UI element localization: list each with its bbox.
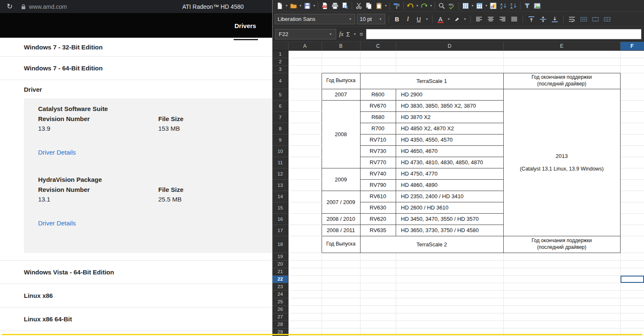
cell[interactable]: [620, 283, 644, 290]
driver-details-link[interactable]: Driver Details: [38, 149, 76, 156]
cell-year[interactable]: 2008 / 2010: [322, 213, 360, 225]
cell[interactable]: [322, 320, 360, 328]
cell[interactable]: [620, 305, 644, 313]
align-right-icon[interactable]: [497, 14, 507, 24]
cell[interactable]: [503, 65, 620, 73]
cell-cards[interactable]: HD 3650, 3730, 3750 / HD 4580: [396, 225, 503, 236]
row-header[interactable]: 16: [273, 213, 288, 225]
cell[interactable]: [288, 65, 322, 73]
row-header[interactable]: 26: [273, 305, 288, 313]
row-header[interactable]: 12: [273, 168, 288, 179]
table-borders-dropdown[interactable]: ▾: [471, 4, 474, 8]
row-header[interactable]: 8: [273, 123, 288, 134]
sort-descending-icon[interactable]: ZA: [508, 1, 518, 11]
cell-chip[interactable]: RV635: [360, 225, 396, 236]
cell[interactable]: [620, 253, 644, 260]
align-top-icon[interactable]: [526, 14, 536, 24]
cell-cards[interactable]: HD 3450, 3470, 3550 / HD 3570: [396, 213, 503, 225]
cell[interactable]: [503, 320, 620, 328]
row-header[interactable]: 21: [273, 268, 288, 275]
export-pdf-icon[interactable]: PDF: [320, 1, 330, 11]
cell[interactable]: [396, 290, 503, 298]
cell-chip[interactable]: RV790: [360, 179, 396, 191]
cell[interactable]: [620, 65, 644, 73]
sort-ascending-icon[interactable]: AZ: [498, 1, 508, 11]
cell-family-2[interactable]: TerraScale 2: [360, 236, 503, 253]
cell[interactable]: [396, 58, 503, 65]
cell[interactable]: [503, 298, 620, 305]
font-size-dropdown[interactable]: ▾: [379, 17, 382, 21]
cell[interactable]: [360, 275, 396, 283]
cell[interactable]: [503, 275, 620, 283]
cell[interactable]: [360, 58, 396, 65]
cell[interactable]: [620, 73, 644, 89]
cell[interactable]: [288, 111, 322, 123]
cell[interactable]: [396, 320, 503, 328]
cell[interactable]: [396, 65, 503, 73]
cell[interactable]: [396, 50, 503, 58]
table-borders-icon[interactable]: [461, 1, 471, 11]
redo-dropdown[interactable]: ▾: [429, 4, 433, 8]
row-header[interactable]: 25: [273, 298, 288, 305]
cell-year-header-2[interactable]: Год Выпуска: [322, 236, 360, 253]
row-header[interactable]: 5: [273, 89, 288, 100]
cell[interactable]: [322, 283, 360, 290]
find-replace-icon[interactable]: [437, 1, 447, 11]
cell[interactable]: [322, 290, 360, 298]
cell-cards[interactable]: HD 3830, 3850, 3850 X2, 3870: [396, 100, 503, 111]
cell[interactable]: [288, 253, 322, 260]
cell[interactable]: [620, 157, 644, 168]
cell[interactable]: [288, 123, 322, 134]
insert-table-icon[interactable]: [474, 1, 484, 11]
cell[interactable]: [360, 253, 396, 260]
cell[interactable]: [288, 157, 322, 168]
clone-formatting-icon[interactable]: [392, 1, 402, 11]
column-header-e[interactable]: E: [503, 42, 620, 50]
sum-icon[interactable]: Σ: [346, 31, 350, 38]
accordion-item-linux-x86-64[interactable]: Linux x86 64-Bit: [0, 308, 272, 331]
cell-year[interactable]: 2007: [322, 89, 360, 100]
print-icon[interactable]: [330, 1, 340, 11]
undo-icon[interactable]: [405, 1, 415, 11]
cell-cards[interactable]: HD 4650, 4670: [396, 145, 503, 157]
cell[interactable]: [503, 260, 620, 268]
column-header-f[interactable]: F: [620, 42, 644, 50]
cell-chip[interactable]: RV740: [360, 168, 396, 179]
cell[interactable]: [322, 275, 360, 283]
cell-support-header-1[interactable]: Год окончания поддержки(последний драйве…: [503, 73, 620, 89]
cell-family-1[interactable]: TerraScale 1: [360, 73, 503, 89]
row-header[interactable]: 17: [273, 225, 288, 236]
underline-dropdown[interactable]: ▾: [425, 17, 429, 21]
select-all-corner[interactable]: [273, 42, 288, 50]
insert-table-dropdown[interactable]: ▾: [484, 4, 488, 8]
highlight-color-button[interactable]: [452, 15, 461, 24]
accordion-item-vista-64[interactable]: Windows Vista - 64-Bit Edition: [0, 261, 272, 284]
cell-cards[interactable]: HD 2350, 2400 / HD 3410: [396, 191, 503, 202]
url-text[interactable]: www.amd.com: [29, 3, 67, 10]
cell[interactable]: [288, 202, 322, 213]
cell[interactable]: [288, 260, 322, 268]
justify-icon[interactable]: [509, 14, 519, 24]
cell[interactable]: [322, 50, 360, 58]
cell[interactable]: [360, 290, 396, 298]
row-header[interactable]: 24: [273, 290, 288, 298]
undo-dropdown[interactable]: ▾: [415, 4, 419, 8]
cell-chip[interactable]: RV620: [360, 213, 396, 225]
insert-chart-icon[interactable]: [488, 1, 498, 11]
cell[interactable]: [288, 225, 322, 236]
cell-chip[interactable]: RV630: [360, 202, 396, 213]
row-header[interactable]: 19: [273, 253, 288, 260]
cell[interactable]: [360, 283, 396, 290]
cell-chip[interactable]: R700: [360, 123, 396, 134]
cell[interactable]: [503, 305, 620, 313]
merge-cells-icon[interactable]: [590, 14, 600, 24]
accordion-item-win7-64[interactable]: Windows 7 - 64-Bit Edition: [0, 57, 272, 80]
wrap-text-icon[interactable]: [567, 14, 577, 24]
save-icon[interactable]: [302, 1, 312, 11]
cell[interactable]: [288, 275, 322, 283]
cell[interactable]: [620, 145, 644, 157]
cell[interactable]: [503, 290, 620, 298]
cell[interactable]: [288, 213, 322, 225]
save-dropdown[interactable]: ▾: [312, 4, 316, 8]
copy-icon[interactable]: [364, 1, 374, 11]
